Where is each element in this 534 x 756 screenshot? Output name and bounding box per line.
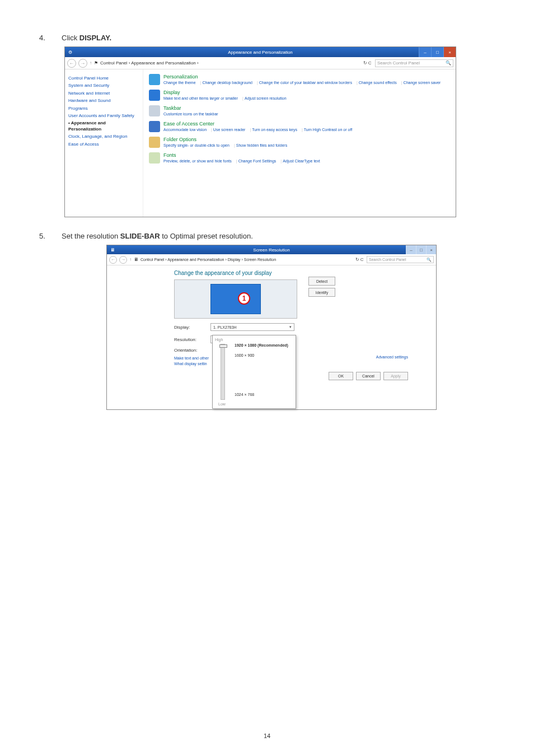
minimize-button[interactable]: –: [419, 47, 431, 57]
back-button[interactable]: ←: [67, 59, 76, 68]
category-link[interactable]: Change sound effects: [359, 81, 397, 85]
category-icon: [149, 105, 160, 116]
address-bar: ← → ↑ 🖥 Control Panel › Appearance and P…: [107, 254, 436, 265]
page-number: 14: [0, 732, 534, 739]
category-title[interactable]: Personalization: [163, 74, 444, 80]
category-link[interactable]: Change the theme: [163, 81, 196, 85]
forward-button[interactable]: →: [119, 256, 127, 264]
sidebar-item[interactable]: Programs: [68, 106, 139, 111]
category-link[interactable]: Turn High Contrast on or off: [304, 128, 352, 132]
minimize-button[interactable]: –: [406, 245, 416, 254]
screenshot-appearance-personalization: ⚙ Appearance and Personalization – □ × ←…: [64, 46, 456, 217]
maximize-button[interactable]: □: [431, 47, 443, 57]
sidebar-item[interactable]: Hardware and Sound: [68, 98, 139, 104]
category-link[interactable]: Turn on easy access keys: [252, 128, 297, 132]
category-link[interactable]: Accommodate low vision: [163, 128, 207, 132]
category-link[interactable]: Customize icons on the taskbar: [163, 112, 218, 116]
category-title[interactable]: Ease of Access Center: [163, 121, 355, 127]
category-link[interactable]: Change Font Settings: [238, 159, 277, 163]
sidebar-item[interactable]: Ease of Access: [68, 142, 139, 147]
refresh-button[interactable]: ↻ C: [354, 257, 364, 262]
res-option[interactable]: 1600 × 900: [235, 353, 254, 357]
address-bar: ← → ↑ ⚑ Control Panel › Appearance and P…: [65, 57, 456, 69]
window-title: Appearance and Personalization: [65, 50, 456, 55]
category-link[interactable]: Adjust ClearType text: [283, 159, 320, 163]
screenshot-screen-resolution: 🖥 Screen Resolution – □ × ← → ↑ 🖥 Contro…: [106, 245, 437, 410]
display-preview: 1: [174, 279, 297, 319]
resolution-slider[interactable]: 1920 × 1080 (Recommended) 1600 × 900 102…: [221, 344, 225, 400]
category-title[interactable]: Taskbar: [163, 105, 222, 111]
label-high: High: [215, 338, 293, 342]
page-heading: Change the appearance of your display: [174, 270, 414, 276]
step-number-5: 5.: [34, 232, 62, 240]
search-icon: 🔍: [446, 60, 451, 66]
close-button[interactable]: ×: [443, 47, 456, 57]
sidebar-item[interactable]: User Accounts and Family Safety: [68, 113, 139, 119]
category-link[interactable]: Change the color of your taskbar and win…: [259, 81, 352, 85]
category-link[interactable]: Preview, delete, or show and hide fonts: [163, 159, 232, 163]
step-text-4: Click DISPLAY.: [62, 34, 111, 42]
back-button[interactable]: ←: [109, 256, 117, 264]
category-icon: [149, 152, 160, 164]
display-label: Display:: [174, 325, 205, 330]
display-icon: 🖥: [134, 257, 138, 262]
window-title: Screen Resolution: [107, 248, 436, 253]
slider-thumb[interactable]: [219, 344, 227, 348]
display-combo[interactable]: 1. PLX2783H▾: [210, 323, 294, 331]
category-link[interactable]: Make text and other items larger or smal…: [163, 96, 238, 100]
res-option-recommended[interactable]: 1920 × 1080 (Recommended): [235, 343, 288, 347]
res-option[interactable]: 1024 × 768: [235, 393, 254, 396]
orientation-label: Orientation:: [174, 348, 205, 353]
ok-button[interactable]: OK: [329, 372, 353, 380]
search-input[interactable]: Search Control Panel 🔍: [375, 59, 453, 67]
refresh-button[interactable]: ↻ C: [362, 60, 373, 66]
up-button[interactable]: ↑: [90, 60, 92, 66]
sidebar-item[interactable]: Network and Internet: [68, 91, 139, 96]
sidebar: Control Panel HomeSystem and SecurityNet…: [65, 69, 143, 217]
main-content: Change the appearance of your display 1 …: [107, 265, 436, 372]
identify-button[interactable]: Identify: [308, 288, 335, 297]
sidebar-item[interactable]: • Appearance and Personalization: [68, 120, 139, 132]
window-titlebar: 🖥 Screen Resolution – □ ×: [107, 245, 436, 254]
step-text-5: Set the resolution SLIDE-BAR to Optimal …: [62, 232, 253, 240]
cancel-button[interactable]: Cancel: [356, 372, 381, 380]
monitor-1[interactable]: 1: [210, 284, 261, 314]
detect-button[interactable]: Detect: [308, 277, 335, 286]
search-input[interactable]: Search Control Panel 🔍: [367, 256, 434, 263]
category-icon: [149, 137, 160, 148]
main-content: PersonalizationChange the theme|Change d…: [143, 69, 456, 217]
search-icon: 🔍: [427, 258, 432, 262]
category-link[interactable]: Specify single- or double-click to open: [163, 143, 229, 147]
advanced-settings-link[interactable]: Advanced settings: [376, 355, 408, 359]
category-icon: [149, 121, 160, 132]
category-link[interactable]: Change desktop background: [202, 81, 252, 85]
breadcrumb[interactable]: Control Panel › Appearance and Personali…: [100, 60, 359, 66]
step-number-4: 4.: [34, 34, 62, 42]
close-button[interactable]: ×: [426, 245, 436, 254]
category-icon: [149, 90, 160, 101]
chevron-down-icon: ▾: [289, 325, 292, 329]
category-link[interactable]: Show hidden files and folders: [236, 143, 287, 147]
category-link[interactable]: Use screen reader: [213, 128, 246, 132]
category-title[interactable]: Display: [163, 90, 290, 95]
breadcrumb[interactable]: Control Panel › Appearance and Personali…: [140, 258, 352, 262]
category-icon: [149, 74, 160, 85]
up-button[interactable]: ↑: [129, 257, 132, 262]
control-panel-icon: ⚑: [94, 60, 98, 66]
category-link[interactable]: Adjust screen resolution: [245, 96, 287, 100]
category-title[interactable]: Folder Options: [163, 137, 291, 142]
forward-button[interactable]: →: [78, 59, 87, 68]
label-low: Low: [218, 402, 293, 406]
maximize-button[interactable]: □: [416, 245, 426, 254]
resolution-dropdown: High 1920 × 1080 (Recommended) 1600 × 90…: [212, 335, 296, 409]
category-link[interactable]: Change screen saver: [404, 81, 441, 85]
callout-marker: 1: [238, 292, 250, 305]
resolution-label: Resolution:: [174, 337, 205, 342]
window-titlebar: ⚙ Appearance and Personalization – □ ×: [65, 47, 456, 57]
sidebar-item[interactable]: Clock, Language, and Region: [68, 134, 139, 139]
sidebar-item[interactable]: System and Security: [68, 83, 139, 88]
apply-button[interactable]: Apply: [383, 372, 408, 380]
sidebar-item[interactable]: Control Panel Home: [68, 76, 139, 81]
category-title[interactable]: Fonts: [163, 152, 324, 158]
